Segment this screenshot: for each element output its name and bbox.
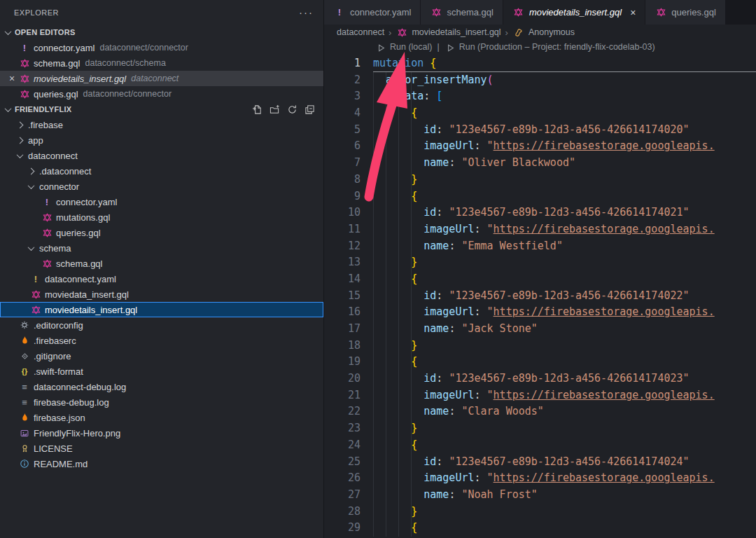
code-line-26[interactable]: imageUrl: "https://firebasestorage.googl… bbox=[373, 470, 756, 487]
close-editor-icon[interactable]: × bbox=[6, 73, 18, 84]
code-line-10[interactable]: id: "123e4567-e89b-12d3-a456-42661417402… bbox=[373, 205, 756, 221]
code-line-2[interactable]: actor_insertMany( bbox=[373, 72, 756, 89]
tree-item-label: .editorconfig bbox=[34, 320, 83, 331]
open-editor-queries.gql[interactable]: queries.gqldataconnect/connector bbox=[0, 86, 323, 102]
new-folder-icon[interactable] bbox=[269, 104, 280, 115]
tree-item-label: .firebaserc bbox=[34, 336, 76, 346]
tree-item-label: mutations.gql bbox=[56, 212, 110, 223]
yaml-purple-icon: ! bbox=[333, 7, 346, 18]
codelens-run-link-1[interactable]: Run (local) bbox=[375, 40, 432, 56]
tree-item-firebase-debug.log[interactable]: ≡firebase-debug.log bbox=[0, 394, 323, 410]
open-editors-section-header[interactable]: OPEN EDITORS bbox=[0, 25, 323, 40]
code-line-17[interactable]: name: "Jack Stone" bbox=[373, 321, 756, 338]
tree-item-firebase.json[interactable]: firebase.json bbox=[0, 410, 323, 425]
tree-item-label: README.md bbox=[34, 459, 88, 469]
tree-item-connector.yaml[interactable]: !connector.yaml bbox=[0, 194, 323, 209]
tab-moviedetails_insert.gql[interactable]: moviedetails_insert.gql× bbox=[503, 0, 645, 25]
code-line-16[interactable]: imageUrl: "https://firebasestorage.googl… bbox=[373, 304, 756, 321]
code-line-6[interactable]: imageUrl: "https://firebasestorage.googl… bbox=[373, 138, 756, 155]
tree-item-schema[interactable]: schema bbox=[0, 240, 323, 256]
code-line-5[interactable]: id: "123e4567-e89b-12d3-a456-42661417402… bbox=[373, 122, 756, 139]
refresh-icon[interactable] bbox=[286, 104, 298, 115]
tree-item-.dataconnect[interactable]: .dataconnect bbox=[0, 163, 323, 179]
code-line-13[interactable]: } bbox=[373, 254, 756, 271]
tree-item-dataconnect-debug.log[interactable]: ≡dataconnect-debug.log bbox=[0, 379, 323, 394]
close-tab-icon[interactable]: × bbox=[630, 7, 636, 18]
tree-item-app[interactable]: app bbox=[0, 132, 323, 148]
code-line-19[interactable]: { bbox=[373, 354, 756, 371]
breadcrumb-item-Anonymous[interactable]: Anonymous bbox=[512, 27, 575, 38]
codelens-label: Run (local) bbox=[390, 40, 432, 56]
tree-item-.firebase[interactable]: .firebase bbox=[0, 117, 323, 132]
code-line-28[interactable]: } bbox=[373, 504, 756, 520]
code-line-11[interactable]: imageUrl: "https://firebasestorage.googl… bbox=[373, 221, 756, 238]
code-line-8[interactable]: } bbox=[373, 172, 756, 188]
tree-item-.swift-format[interactable]: {}.swift-format bbox=[0, 364, 323, 379]
tab-connector.yaml[interactable]: !connector.yaml bbox=[324, 0, 421, 25]
license-icon bbox=[18, 443, 31, 454]
code-line-21[interactable]: imageUrl: "https://firebasestorage.googl… bbox=[373, 387, 756, 404]
line-number: 5 bbox=[324, 122, 373, 139]
tree-item-connector[interactable]: connector bbox=[0, 179, 323, 194]
chevron-down-icon bbox=[25, 246, 36, 251]
new-file-icon[interactable] bbox=[251, 104, 262, 115]
tree-item-moviedata_insert.gql[interactable]: moviedata_insert.gql bbox=[0, 287, 323, 302]
code-line-20[interactable]: id: "123e4567-e89b-12d3-a456-42661417402… bbox=[373, 371, 756, 387]
codelens-label: Run (Production – Project: friendly-flix… bbox=[459, 40, 655, 56]
line-number: 1 bbox=[324, 55, 373, 72]
code-line-7[interactable]: name: "Oliver Blackwood" bbox=[373, 155, 756, 172]
code-line-22[interactable]: name: "Clara Woods" bbox=[373, 404, 756, 420]
tree-item-README.md[interactable]: README.md bbox=[0, 456, 323, 471]
open-editor-schema.gql[interactable]: schema.gqldataconnect/schema bbox=[0, 55, 323, 71]
code-line-4[interactable]: { bbox=[373, 105, 756, 122]
info-icon bbox=[18, 458, 31, 469]
workspace-section-header[interactable]: FRIENDLYFLIX bbox=[0, 102, 323, 117]
tree-item-LICENSE[interactable]: LICENSE bbox=[0, 441, 323, 456]
code-line-9[interactable]: { bbox=[373, 188, 756, 205]
code-line-3[interactable]: data: [ bbox=[373, 88, 756, 105]
more-actions-icon[interactable]: ··· bbox=[299, 6, 314, 18]
explorer-header: EXPLORER ··· bbox=[0, 0, 323, 25]
code-line-27[interactable]: name: "Noah Frost" bbox=[373, 487, 756, 504]
code-line-1[interactable]: mutation { bbox=[373, 55, 756, 72]
tree-item-mutations.gql[interactable]: mutations.gql bbox=[0, 209, 323, 225]
tree-item-dataconnect.yaml[interactable]: !dataconnect.yaml bbox=[0, 271, 323, 287]
breadcrumb-item-moviedetails_insert.gql[interactable]: moviedetails_insert.gql bbox=[396, 27, 500, 38]
code-line-18[interactable]: } bbox=[373, 338, 756, 354]
open-editor-connector.yaml[interactable]: !connector.yamldataconnect/connector bbox=[0, 40, 323, 55]
graphql-icon bbox=[41, 227, 53, 238]
codelens-run-link-2[interactable]: Run (Production – Project: friendly-flix… bbox=[444, 40, 655, 56]
line-number: 23 bbox=[324, 420, 373, 437]
code-content[interactable]: mutation { actor_insertMany( data: [ { i… bbox=[373, 55, 756, 537]
workspace-label: FRIENDLYFLIX bbox=[15, 105, 71, 113]
tree-item-.gitignore[interactable]: .gitignore bbox=[0, 348, 323, 364]
tree-item-label: .swift-format bbox=[34, 366, 83, 377]
code-line-25[interactable]: id: "123e4567-e89b-12d3-a456-42661417402… bbox=[373, 454, 756, 471]
tree-item-label: schema bbox=[39, 243, 71, 254]
tree-item-dataconnect[interactable]: dataconnect bbox=[0, 148, 323, 163]
tree-item-queries.gql[interactable]: queries.gql bbox=[0, 225, 323, 240]
breadcrumb-item-dataconnect[interactable]: dataconnect bbox=[337, 27, 384, 37]
code-line-12[interactable]: name: "Emma Westfield" bbox=[373, 238, 756, 255]
tree-item-label: LICENSE bbox=[34, 443, 73, 454]
tab-queries.gql[interactable]: queries.gql bbox=[645, 0, 726, 25]
code-line-29[interactable]: { bbox=[373, 520, 756, 537]
line-number: 16 bbox=[324, 304, 373, 321]
tree-item-.firebaserc[interactable]: .firebaserc bbox=[0, 333, 323, 348]
code-line-14[interactable]: { bbox=[373, 271, 756, 288]
code-editor[interactable]: 1234567891011121314151617181920212223242… bbox=[324, 40, 756, 538]
tree-item-FriendlyFlix-Hero.png[interactable]: FriendlyFlix-Hero.png bbox=[0, 425, 323, 441]
tree-item-moviedetails_insert.gql[interactable]: moviedetails_insert.gql bbox=[0, 302, 323, 317]
collapse-all-icon[interactable] bbox=[304, 104, 315, 115]
tab-label: queries.gql bbox=[671, 7, 716, 18]
breadcrumb: dataconnect›moviedetails_insert.gql›Anon… bbox=[324, 25, 756, 40]
tree-item-.editorconfig[interactable]: .editorconfig bbox=[0, 317, 323, 333]
tree-item-schema.gql[interactable]: schema.gql bbox=[0, 256, 323, 271]
code-line-24[interactable]: { bbox=[373, 437, 756, 454]
tree-item-label: FriendlyFlix-Hero.png bbox=[34, 428, 120, 439]
open-editor-moviedetails_insert.gql[interactable]: ×moviedetails_insert.gqldataconnect bbox=[0, 71, 323, 86]
code-line-23[interactable]: } bbox=[373, 420, 756, 437]
line-number: 29 bbox=[324, 520, 373, 537]
code-line-15[interactable]: id: "123e4567-e89b-12d3-a456-42661417402… bbox=[373, 288, 756, 305]
tab-schema.gql[interactable]: schema.gql bbox=[421, 0, 503, 25]
